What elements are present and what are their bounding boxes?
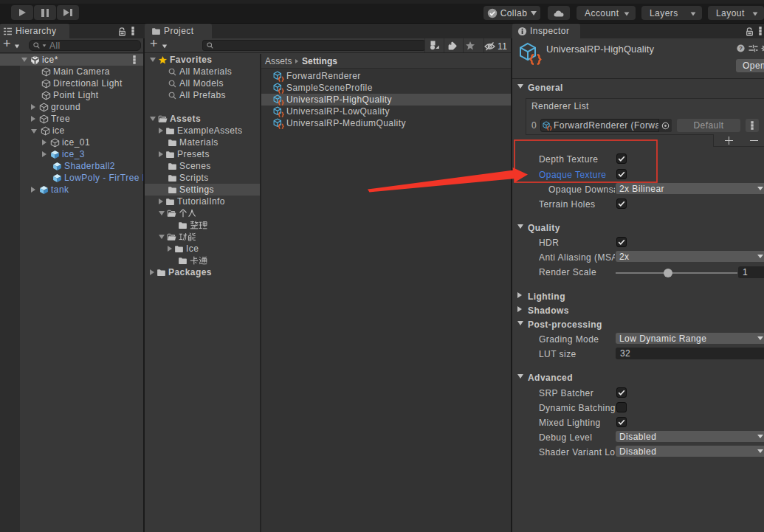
svg-text:?: ?: [739, 45, 743, 52]
